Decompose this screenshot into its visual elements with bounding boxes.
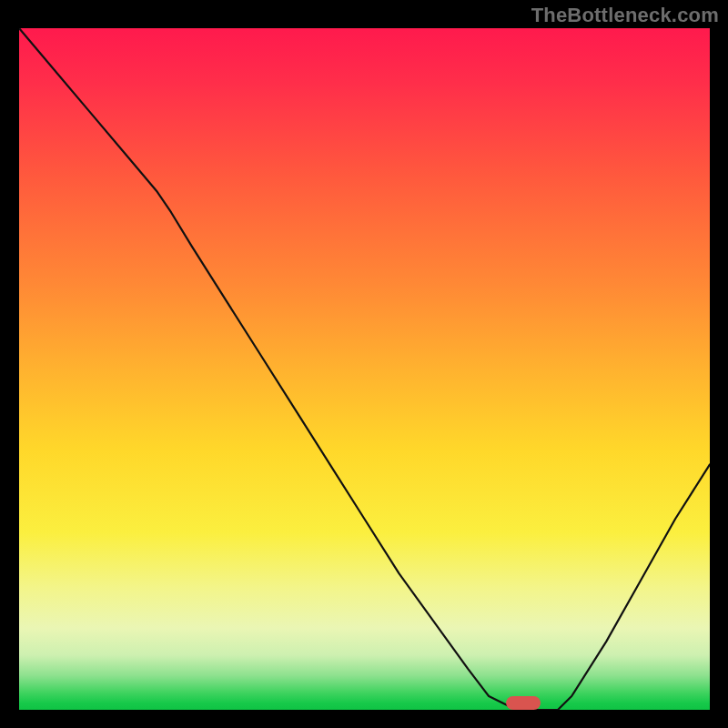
chart-stage: TheBottleneck.com xyxy=(0,0,728,728)
optimal-marker xyxy=(506,696,541,710)
watermark-text: TheBottleneck.com xyxy=(531,4,719,27)
bottleneck-curve xyxy=(19,28,710,710)
curve-layer xyxy=(19,28,710,710)
plot-area xyxy=(19,28,710,710)
